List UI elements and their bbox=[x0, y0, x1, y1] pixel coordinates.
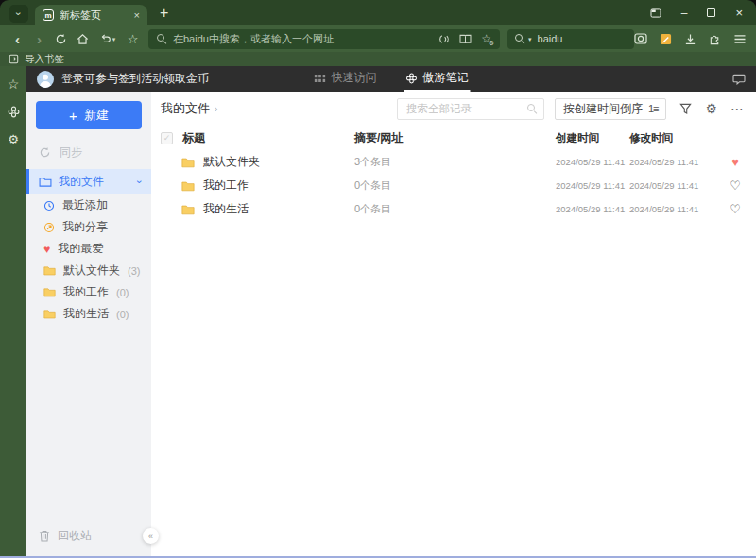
read-aloud-icon[interactable] bbox=[438, 33, 450, 45]
column-summary: 摘要/网址 bbox=[354, 130, 556, 146]
sync-button[interactable]: 同步 bbox=[26, 140, 151, 164]
sidebar-item-work-folder[interactable]: 我的工作 (0) bbox=[26, 281, 151, 303]
sidebar-spacer bbox=[26, 325, 151, 518]
row-title: 默认文件夹 bbox=[203, 154, 260, 170]
table-row[interactable]: 我的工作 0个条目 2024/05/29 11:41 2024/05/29 11… bbox=[161, 174, 745, 197]
breadcrumb-label: 我的文件 bbox=[161, 100, 210, 117]
engine-caret-icon: ▾ bbox=[528, 36, 532, 42]
sort-order-button[interactable]: 按创建时间倒序 1≡ bbox=[555, 98, 667, 120]
table-row[interactable]: 默认文件夹 3个条目 2024/05/29 11:41 2024/05/29 1… bbox=[161, 150, 745, 174]
forward-button[interactable]: › bbox=[28, 32, 50, 46]
sidebar-item-life-folder[interactable]: 我的生活 (0) bbox=[26, 303, 151, 325]
tab-quick-access[interactable]: 快速访问 bbox=[313, 66, 379, 92]
browser-tab-new-page[interactable]: m 新标签页 × bbox=[35, 5, 147, 25]
favorite-heart-icon[interactable]: ♡ bbox=[726, 179, 745, 192]
address-placeholder: 在baidu中搜索，或者输入一个网址 bbox=[173, 32, 334, 46]
sort-label: 按创建时间倒序 bbox=[563, 101, 643, 117]
download-icon[interactable] bbox=[684, 33, 696, 45]
back-button[interactable]: ‹ bbox=[7, 32, 28, 46]
window-close-button[interactable]: × bbox=[735, 7, 743, 19]
sync-icon bbox=[39, 146, 51, 159]
browser-toolbar: ‹ › ▾ ☆ 在baidu中搜索，或者输入一个网址 ☆ bbox=[0, 25, 756, 52]
row-modified: 2024/05/29 11:41 bbox=[629, 157, 726, 167]
search-icon bbox=[515, 34, 524, 43]
favorites-settings-icon[interactable]: ☆ ⚙ bbox=[481, 33, 491, 44]
minimize-button[interactable]: – bbox=[681, 8, 688, 19]
import-bookmarks-button[interactable]: 导入书签 bbox=[25, 53, 64, 66]
dropdown-caret-icon: ▾ bbox=[112, 36, 116, 42]
folder-icon bbox=[43, 309, 56, 319]
check-icon: ✓ bbox=[163, 133, 171, 143]
maxnote-icon[interactable] bbox=[660, 33, 672, 45]
content-toolbar: 我的文件 › 按创建时间倒序 1≡ bbox=[161, 92, 745, 126]
tab-label: 傲游笔记 bbox=[423, 70, 469, 86]
search-icon bbox=[527, 104, 537, 113]
recycle-label: 回收站 bbox=[58, 528, 92, 544]
avatar[interactable] bbox=[37, 71, 54, 88]
tab-close-icon[interactable]: × bbox=[134, 10, 140, 21]
row-title: 我的工作 bbox=[203, 178, 249, 194]
menu-hamburger-icon[interactable] bbox=[733, 34, 747, 44]
favorite-heart-icon[interactable]: ♥ bbox=[726, 156, 745, 168]
search-engine-box[interactable]: ▾ baidu bbox=[507, 29, 634, 49]
item-count: (0) bbox=[116, 309, 129, 320]
row-summary: 0个条目 bbox=[354, 178, 556, 193]
tab-bar: › m 新标签页 × + – × bbox=[0, 0, 756, 25]
login-prompt[interactable]: 登录可参与签到活动领取金币 bbox=[61, 71, 209, 87]
sidebar-item-favorites[interactable]: ♥ 我的最爱 bbox=[26, 238, 151, 260]
maximize-button[interactable] bbox=[707, 8, 715, 17]
maxnote-app: 登录可参与签到活动领取金币 快速访问 傲游笔记 bbox=[26, 66, 756, 556]
row-modified: 2024/05/29 11:41 bbox=[629, 204, 726, 214]
app-body: + 新建 同步 我的文件 › bbox=[26, 92, 756, 556]
address-bar[interactable]: 在baidu中搜索，或者输入一个网址 ☆ ⚙ bbox=[148, 29, 500, 49]
screenshot-camera-icon[interactable] bbox=[634, 33, 647, 44]
item-label: 我的工作 bbox=[63, 284, 109, 300]
tab-maxnote[interactable]: 傲游笔记 bbox=[404, 66, 471, 92]
add-favorite-star-icon[interactable]: ☆ bbox=[122, 33, 144, 45]
reader-mode-icon[interactable] bbox=[459, 34, 472, 44]
plus-icon: + bbox=[69, 109, 77, 123]
item-count: (0) bbox=[116, 287, 129, 298]
records-search-field[interactable] bbox=[397, 98, 544, 120]
extensions-puzzle-icon[interactable] bbox=[709, 33, 721, 45]
table-row[interactable]: 我的生活 0个条目 2024/05/29 11:41 2024/05/29 11… bbox=[161, 197, 745, 221]
maxnote-clover-icon[interactable] bbox=[8, 106, 20, 118]
folder-icon bbox=[181, 204, 195, 215]
chevron-down-icon: › bbox=[13, 12, 24, 16]
sidebar-item-recycle-bin[interactable]: 回收站 bbox=[26, 518, 151, 552]
sidebar-item-shares[interactable]: 我的分享 bbox=[26, 216, 151, 238]
tab-list-button[interactable]: › bbox=[9, 5, 28, 23]
new-tab-button[interactable]: + bbox=[160, 6, 168, 21]
folder-icon bbox=[181, 180, 195, 192]
breadcrumb[interactable]: 我的文件 › bbox=[161, 100, 217, 117]
new-note-button[interactable]: + 新建 bbox=[36, 101, 142, 129]
favorite-heart-icon[interactable]: ♡ bbox=[726, 203, 745, 215]
search-input[interactable] bbox=[404, 102, 522, 115]
select-all-checkbox[interactable]: ✓ bbox=[161, 132, 173, 144]
share-icon bbox=[43, 222, 55, 233]
bookmarks-bar: 导入书签 bbox=[0, 52, 756, 66]
undo-closed-tab-button[interactable]: ▾ bbox=[94, 33, 122, 44]
refresh-button[interactable] bbox=[50, 33, 72, 45]
item-label: 我的生活 bbox=[63, 306, 109, 322]
favorites-star-icon[interactable]: ☆ bbox=[8, 76, 20, 92]
view-settings-gear-icon[interactable]: ⚙ bbox=[705, 102, 717, 115]
settings-gear-icon[interactable]: ⚙ bbox=[8, 132, 19, 146]
clock-icon bbox=[43, 200, 55, 211]
feedback-bubble-icon[interactable] bbox=[732, 74, 746, 85]
sidebar-collapse-button[interactable]: « bbox=[143, 528, 159, 544]
split-screen-icon[interactable] bbox=[650, 8, 662, 18]
item-label: 默认文件夹 bbox=[63, 262, 120, 279]
sidebar-item-recent[interactable]: 最近添加 bbox=[26, 194, 151, 216]
sidebar-item-my-files[interactable]: 我的文件 › bbox=[26, 169, 151, 194]
sidebar-item-default-folder[interactable]: 默认文件夹 (3) bbox=[26, 260, 151, 281]
toolbar-actions bbox=[634, 33, 749, 45]
home-button[interactable] bbox=[72, 33, 94, 45]
filter-funnel-icon[interactable] bbox=[679, 103, 692, 115]
folder-icon bbox=[43, 287, 56, 297]
sort-icon: 1≡ bbox=[648, 103, 659, 114]
maxthon-logo-icon: m bbox=[43, 9, 54, 21]
more-options-icon[interactable]: ⋯ bbox=[730, 102, 745, 115]
row-created: 2024/05/29 11:41 bbox=[556, 157, 629, 167]
column-created: 创建时间 bbox=[556, 131, 629, 145]
